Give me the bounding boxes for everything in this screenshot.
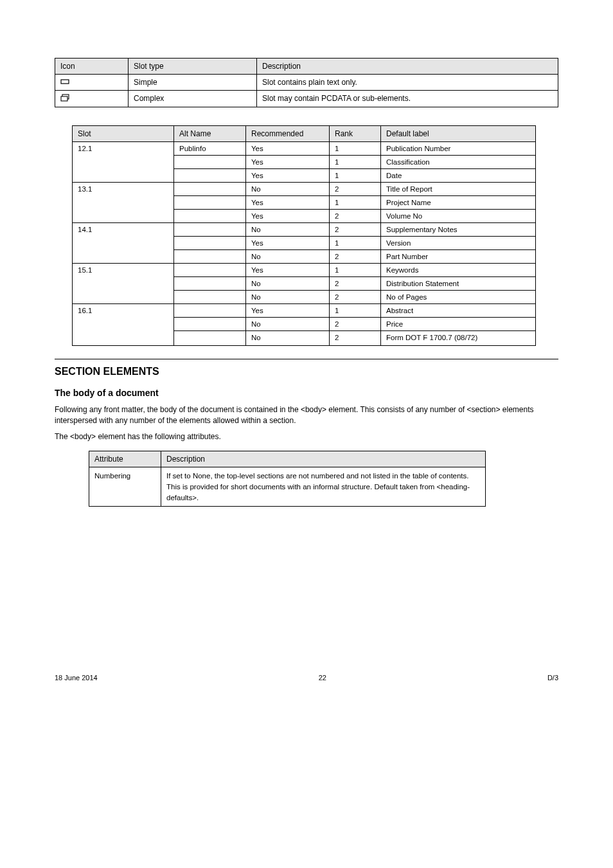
cell-rank: 1 xyxy=(330,304,381,318)
cell-attribute: Numbering xyxy=(89,467,161,507)
cell-rank: 2 xyxy=(330,291,381,304)
cell-recommend: Yes xyxy=(246,264,330,277)
cell-rank: 2 xyxy=(330,210,381,223)
table-row: 15.1 Yes 1 Keywords xyxy=(73,264,536,277)
cell-alt xyxy=(174,210,246,223)
footer-section-ref: D/3 xyxy=(547,674,558,682)
document-page: Icon Slot type Description Simple Slot c… xyxy=(0,0,613,720)
section-rule xyxy=(55,359,558,359)
cell-rank: 2 xyxy=(330,277,381,291)
header-attribute: Attribute xyxy=(89,451,161,467)
cell-recommend: Yes xyxy=(246,142,330,156)
cell-slot-type: Simple xyxy=(129,75,257,91)
cell-rank: 1 xyxy=(330,237,381,250)
cell-recommend: No xyxy=(246,331,330,346)
icon-legend-table: Icon Slot type Description Simple Slot c… xyxy=(55,58,558,107)
note-paragraph: The <body> element has the following att… xyxy=(55,431,558,442)
footer-date: 18 June 2014 xyxy=(55,674,98,682)
cell-slot: 12.1 xyxy=(73,142,174,183)
cell-description: If set to None, the top-level sections a… xyxy=(161,467,486,507)
cell-slot: 16.1 xyxy=(73,304,174,346)
header-altname: Alt Name xyxy=(174,126,246,142)
header-description: Description xyxy=(257,59,558,75)
cell-slot: 15.1 xyxy=(73,264,174,304)
cell-label: Abstract xyxy=(381,304,536,318)
cell-label: No of Pages xyxy=(381,291,536,304)
cell-recommend: Yes xyxy=(246,156,330,169)
attribute-table: Attribute Description Numbering If set t… xyxy=(89,451,486,507)
table-header-row: Icon Slot type Description xyxy=(55,59,558,75)
cell-recommend: No xyxy=(246,277,330,291)
cell-rank: 2 xyxy=(330,331,381,346)
header-slot-type: Slot type xyxy=(129,59,257,75)
cell-rank: 1 xyxy=(330,169,381,183)
complex-slot-icon xyxy=(60,94,69,104)
section-title: SECTION ELEMENTS xyxy=(55,366,558,377)
cell-label: Classification xyxy=(381,156,536,169)
cell-alt xyxy=(174,223,246,237)
cell-recommend: No xyxy=(246,250,330,264)
table-header-row: Slot Alt Name Recommended Rank Default l… xyxy=(73,126,536,142)
page-footer: 18 June 2014 D/3 22 xyxy=(55,674,558,682)
cell-alt xyxy=(174,318,246,331)
table-row: Numbering If set to None, the top-level … xyxy=(89,467,486,507)
cell-recommend: No xyxy=(246,183,330,196)
table-row: 14.1 No 2 Supplementary Notes xyxy=(73,223,536,237)
cell-rank: 1 xyxy=(330,196,381,210)
cell-alt xyxy=(174,156,246,169)
cell-alt xyxy=(174,196,246,210)
cell-alt: Publinfo xyxy=(174,142,246,156)
header-icon: Icon xyxy=(55,59,129,75)
cell-label: Volume No xyxy=(381,210,536,223)
table-row: 16.1 Yes 1 Abstract xyxy=(73,304,536,318)
header-label: Default label xyxy=(381,126,536,142)
table-row: 12.1 Publinfo Yes 1 Publication Number xyxy=(73,142,536,156)
cell-rank: 1 xyxy=(330,142,381,156)
header-description: Description xyxy=(161,451,486,467)
cell-slot: 13.1 xyxy=(73,183,174,223)
cell-recommend: No xyxy=(246,223,330,237)
cell-alt xyxy=(174,237,246,250)
cell-rank: 1 xyxy=(330,156,381,169)
cell-description: Slot may contain PCDATA or sub-elements. xyxy=(257,91,558,107)
cell-label: Version xyxy=(381,237,536,250)
cell-description: Slot contains plain text only. xyxy=(257,75,558,91)
cell-label: Publication Number xyxy=(381,142,536,156)
svg-rect-2 xyxy=(61,96,67,101)
slot-config-table: Slot Alt Name Recommended Rank Default l… xyxy=(72,125,536,346)
table-header-row: Attribute Description xyxy=(89,451,486,467)
svg-rect-0 xyxy=(61,80,69,84)
cell-alt xyxy=(174,169,246,183)
cell-label: Title of Report xyxy=(381,183,536,196)
body-paragraph: Following any front matter, the body of … xyxy=(55,404,558,426)
footer-page-number: 22 xyxy=(55,674,558,682)
table-row: Simple Slot contains plain text only. xyxy=(55,75,558,91)
cell-alt xyxy=(174,264,246,277)
cell-alt xyxy=(174,304,246,318)
cell-rank: 2 xyxy=(330,183,381,196)
cell-label: Part Number xyxy=(381,250,536,264)
cell-label: Date xyxy=(381,169,536,183)
cell-recommend: Yes xyxy=(246,304,330,318)
cell-label: Price xyxy=(381,318,536,331)
cell-alt xyxy=(174,183,246,196)
cell-recommend: No xyxy=(246,291,330,304)
cell-recommend: Yes xyxy=(246,210,330,223)
cell-label: Keywords xyxy=(381,264,536,277)
cell-slot-type: Complex xyxy=(129,91,257,107)
table-row: 13.1 No 2 Title of Report xyxy=(73,183,536,196)
cell-label: Distribution Statement xyxy=(381,277,536,291)
cell-alt xyxy=(174,291,246,304)
cell-rank: 2 xyxy=(330,318,381,331)
cell-recommend: Yes xyxy=(246,169,330,183)
cell-label: Form DOT F 1700.7 (08/72) xyxy=(381,331,536,346)
header-slot: Slot xyxy=(73,126,174,142)
cell-label: Project Name xyxy=(381,196,536,210)
cell-rank: 2 xyxy=(330,250,381,264)
table-row: Complex Slot may contain PCDATA or sub-e… xyxy=(55,91,558,107)
cell-alt xyxy=(174,250,246,264)
cell-recommend: No xyxy=(246,318,330,331)
simple-slot-icon xyxy=(60,78,69,87)
cell-rank: 2 xyxy=(330,223,381,237)
cell-recommend: Yes xyxy=(246,237,330,250)
